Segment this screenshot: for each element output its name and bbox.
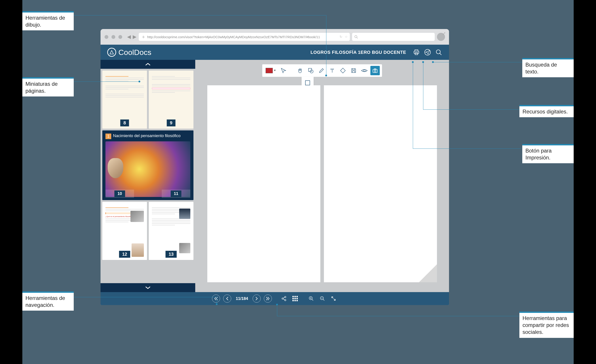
refresh-icon[interactable]: ↻ — [340, 35, 343, 39]
browser-back-icon[interactable]: ◀ — [127, 34, 131, 40]
bookmark-icon[interactable]: ☆ — [345, 35, 348, 39]
search-button[interactable] — [435, 49, 442, 56]
chevron-right-icon — [255, 297, 258, 301]
traffic-light-minimize[interactable] — [112, 35, 115, 39]
color-swatch-icon — [266, 68, 273, 73]
brand: CoolDocs — [107, 48, 151, 57]
callout-thumbnails: Miniaturas de páginas. — [22, 77, 74, 97]
thumbnail-page-number: 9 — [167, 119, 175, 126]
navigation-toolbar: 11/184 — [101, 292, 449, 305]
grid-icon — [292, 296, 298, 301]
page-left[interactable] — [207, 85, 320, 282]
first-page-button[interactable] — [212, 295, 220, 303]
svg-point-16 — [285, 299, 286, 301]
svg-line-20 — [312, 299, 313, 301]
unit-cover-image — [105, 141, 190, 197]
visibility-tool[interactable] — [360, 66, 369, 75]
fullscreen-icon — [331, 296, 336, 301]
svg-line-7 — [440, 53, 441, 55]
drawing-toolbar — [262, 64, 382, 77]
svg-point-14 — [282, 298, 283, 299]
svg-line-17 — [283, 297, 285, 298]
browser-search-bar[interactable] — [352, 33, 435, 41]
share-paper-plane-button[interactable] — [424, 49, 431, 56]
callout-text-search: Busqueda de texto. — [522, 58, 574, 77]
svg-rect-12 — [305, 81, 310, 85]
browser-window: ◀ ▶ ＋ http://cooldocsprime.com/visor/?to… — [101, 29, 449, 305]
page-view[interactable] — [198, 79, 446, 289]
callout-share-tools: Herramientas para compartir por redes so… — [519, 312, 574, 338]
share-button[interactable] — [280, 295, 288, 303]
last-page-button[interactable] — [264, 295, 272, 303]
zoom-in-icon — [308, 296, 314, 301]
thumbnail-spread-12-13[interactable]: ¿Qué es el pensamiento filosófico? 12 — [102, 202, 194, 260]
thumbnail-spread-8-9[interactable]: 8 9 — [102, 71, 194, 129]
svg-rect-4 — [415, 53, 418, 55]
svg-point-15 — [285, 296, 286, 298]
pan-tool[interactable] — [295, 66, 305, 75]
grid-view-button[interactable] — [291, 295, 299, 303]
thumbnail-page-number: 13 — [165, 251, 177, 258]
page-indicator: 11/184 — [234, 296, 249, 301]
traffic-light-close[interactable] — [104, 35, 108, 39]
page-right[interactable] — [324, 85, 437, 282]
thumbnail-spread-10-11[interactable]: 1 Nacimiento del pensamiento filosófico … — [102, 130, 194, 200]
thumbnail-page-9[interactable]: 9 — [149, 71, 194, 129]
eraser-tool[interactable] — [338, 66, 348, 75]
zoom-out-button[interactable] — [318, 295, 326, 303]
double-chevron-right-icon — [266, 297, 270, 301]
cursor-tool[interactable] — [279, 66, 288, 75]
svg-line-1 — [357, 37, 358, 38]
chevron-left-icon — [226, 297, 229, 301]
zoom-out-icon — [320, 296, 325, 301]
thumbnail-page-8[interactable]: 8 — [102, 71, 147, 129]
svg-point-6 — [436, 50, 440, 54]
thumbnails-scroll-down[interactable] — [101, 283, 195, 292]
app-header: CoolDocs LOGROS FILOSOFÍA 1ERO BGU DOCEN… — [101, 45, 449, 60]
unit-number: 1 — [105, 134, 111, 139]
thumbnails-scroll-up[interactable] — [101, 60, 195, 69]
browser-chrome: ◀ ▶ ＋ http://cooldocsprime.com/visor/?to… — [101, 29, 449, 45]
add-tab-icon[interactable]: ＋ — [141, 33, 146, 40]
next-page-button[interactable] — [253, 295, 261, 303]
callout-print-button: Botón para Impresión. — [522, 144, 574, 163]
thumbnail-page-13[interactable]: 13 — [149, 202, 194, 260]
document-title: LOGROS FILOSOFÍA 1ERO BGU DOCENTE — [311, 50, 406, 55]
thumbnails-sidebar: 8 9 — [101, 60, 195, 292]
prev-page-button[interactable] — [223, 295, 231, 303]
text-tool[interactable] — [328, 66, 337, 75]
search-icon — [354, 35, 358, 39]
chevron-down-icon — [145, 286, 151, 290]
thumbnail-page-number: 11 — [171, 191, 181, 197]
url-text: http://cooldocsprime.com/visor/?token=Mj… — [147, 35, 340, 39]
zoom-in-button[interactable] — [307, 295, 315, 303]
thumbnail-page-number: 10 — [114, 191, 125, 197]
traffic-light-zoom[interactable] — [118, 35, 122, 39]
shape-tool[interactable] — [306, 66, 315, 75]
url-bar[interactable]: ＋ http://cooldocsprime.com/visor/?token=… — [139, 33, 350, 41]
callout-navigation-tools: Herramientas de navegación. — [22, 291, 74, 311]
save-tool[interactable] — [349, 66, 358, 75]
unit-title: Nacimiento del pensamiento filosófico — [113, 134, 180, 139]
callout-drawing-tools: Herramientas de dibujo. — [22, 11, 74, 30]
svg-line-18 — [283, 299, 285, 300]
pencil-tool[interactable] — [317, 66, 326, 75]
thumbnail-page-number: 8 — [120, 119, 129, 126]
print-button[interactable] — [413, 49, 420, 56]
browser-forward-icon[interactable]: ▶ — [133, 34, 136, 40]
svg-point-0 — [355, 36, 357, 38]
svg-line-24 — [323, 299, 324, 301]
fullscreen-button[interactable] — [329, 295, 337, 303]
share-icon — [281, 296, 287, 301]
chevron-up-icon — [145, 63, 151, 66]
expand-window-icon[interactable]: ⤢ — [442, 31, 446, 36]
thumbnail-page-12[interactable]: ¿Qué es el pensamiento filosófico? 12 — [102, 202, 147, 260]
brand-text: CoolDocs — [118, 48, 151, 57]
callout-digital-resources: Recursos digitales. — [519, 105, 574, 117]
color-picker-tool[interactable] — [264, 66, 274, 75]
thumbnail-page-number: 12 — [119, 251, 130, 258]
svg-rect-3 — [414, 51, 419, 53]
svg-point-10 — [364, 70, 365, 71]
brand-logo-icon — [107, 48, 116, 57]
digital-resources-tool[interactable] — [370, 66, 380, 75]
